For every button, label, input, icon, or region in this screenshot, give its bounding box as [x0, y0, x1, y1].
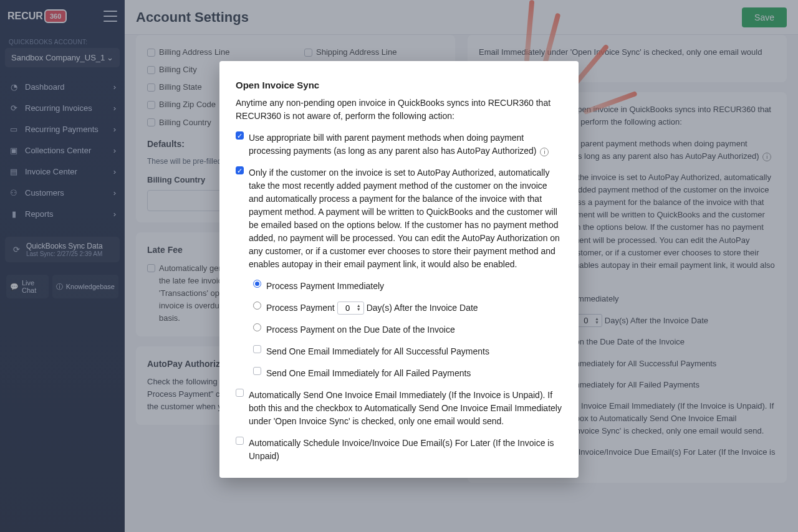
modal-chk4: Automatically Schedule Invoice/Invoice D…	[249, 437, 562, 463]
modal-chk2: Send One Email Immediately for All Faile…	[266, 367, 471, 380]
checkbox-only-if[interactable]	[236, 166, 244, 174]
modal-intro: Anytime any non-pending open invoice in …	[236, 97, 562, 123]
modal-opt2: Process Payment▲▼Day(s) After the Invoic…	[266, 302, 478, 315]
modal-chk1: Send One Email Immediately for All Succe…	[266, 345, 489, 358]
modal-title: Open Invoice Sync	[236, 78, 562, 93]
info-icon[interactable]: i	[540, 148, 549, 156]
modal-opt1: Process Payment Immediately	[266, 280, 384, 293]
checkbox-auto-schedule[interactable]	[236, 437, 244, 445]
open-invoice-sync-modal: Open Invoice Sync Anytime any non-pendin…	[219, 61, 579, 478]
modal-chk3: Automatically Send One Invoice Email Imm…	[249, 389, 562, 428]
checkbox-use-parent[interactable]	[236, 131, 244, 140]
checkbox-auto-send[interactable]	[236, 389, 244, 397]
radio-days-after[interactable]	[253, 302, 261, 310]
modal-use-parent: Use appropriate bill with parent payment…	[249, 131, 562, 158]
modal-opt3: Process Payment on the Due Date of the I…	[266, 323, 455, 336]
stepper-icon[interactable]: ▲▼	[357, 304, 361, 311]
days-input[interactable]: ▲▼	[337, 302, 364, 315]
modal-only-if: Only if the customer on the invoice is s…	[249, 166, 562, 271]
radio-immediate[interactable]	[253, 280, 261, 288]
checkbox-email-failed[interactable]	[253, 367, 261, 375]
radio-due-date[interactable]	[253, 323, 261, 331]
checkbox-email-success[interactable]	[253, 345, 261, 353]
